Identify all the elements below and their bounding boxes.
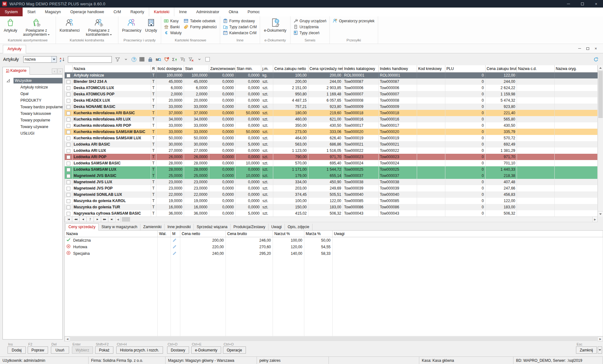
search-input[interactable] xyxy=(68,56,112,63)
article-row[interactable]: Artykuły rolniczeT100,0000100,00000,0000… xyxy=(65,72,598,78)
row-checkbox[interactable] xyxy=(67,180,70,184)
row-checkbox[interactable] xyxy=(67,99,70,103)
popraw-button[interactable]: Popraw xyxy=(28,346,48,354)
menu-inne[interactable]: Inne xyxy=(174,8,191,16)
next-page-icon[interactable]: ▶▶ xyxy=(101,217,108,222)
article-row[interactable]: Lodówka ARI BASICT30,000030,00000,00005,… xyxy=(65,141,598,147)
menu-crm[interactable]: CrM xyxy=(109,8,126,16)
price-col-wal[interactable]: Wal. xyxy=(157,231,171,237)
row-checkbox[interactable] xyxy=(67,105,70,109)
article-row[interactable]: Deska ATOMICUS POPT2,00002,00000,00000,0… xyxy=(65,91,598,97)
article-row[interactable]: Kuchenka mikrofalowa SAMSAM LUXT50,00005… xyxy=(65,135,598,141)
menu-operacje-handlowe[interactable]: Operacje handlowe xyxy=(66,8,109,16)
sum-icon[interactable]: Σ xyxy=(171,56,178,63)
article-row[interactable]: Nagrywarka cyfrowa SAMSAM BASICT36,00003… xyxy=(65,210,598,217)
scroll-up-icon[interactable] xyxy=(598,65,603,71)
article-row[interactable]: Maszynka do golenia KAROLT19,000019,0000… xyxy=(65,198,598,204)
row-checkbox[interactable] xyxy=(67,124,70,128)
prior-page-icon[interactable]: ◀◀ xyxy=(72,217,79,222)
row-checkbox[interactable] xyxy=(67,130,70,134)
kalendarze-crm-button[interactable]: Kalendarze CrM xyxy=(223,30,257,36)
formy-p-atno-ci-button[interactable]: Formy płatności xyxy=(183,24,217,30)
wybierz-button[interactable]: Wybierz xyxy=(72,346,93,354)
scroll-left-icon[interactable]: ◀ xyxy=(65,336,70,341)
price-col-cena-brutto[interactable]: Cena brutto xyxy=(225,231,273,237)
article-row[interactable]: Lodówka ARI POPT26,000026,00000,00000,00… xyxy=(65,154,598,160)
formy-dostawy-button[interactable]: Formy dostawy xyxy=(223,18,257,24)
price-row[interactable]: Hurtowa220,00270,60120,0054,55 xyxy=(65,244,603,250)
row-checkbox[interactable] xyxy=(67,212,70,216)
mdi-minimize-button[interactable] xyxy=(575,46,584,52)
menu-administrator[interactable]: Administrator xyxy=(192,8,224,16)
navigator-help-icon[interactable]: ? xyxy=(86,217,94,222)
col-kod[interactable]: Kod kreskowy xyxy=(417,65,445,72)
col-oryg[interactable]: Nazwa oryg. xyxy=(554,65,598,72)
kasy-button[interactable]: Kasy xyxy=(164,18,182,24)
expander-icon[interactable] xyxy=(3,79,14,83)
urz-dy-button[interactable]: Urzędy xyxy=(143,17,159,33)
col-ih[interactable]: Indeks handlowy xyxy=(378,65,417,72)
category-opa[interactable]: Opał xyxy=(3,90,62,97)
detail-tab-sprzeda-wi-zana[interactable]: Sprzedaż wiązana xyxy=(194,224,231,230)
category-wszystkie[interactable]: Wszystkie xyxy=(3,77,62,84)
row-checkbox[interactable] xyxy=(67,143,70,147)
scroll-right-icon[interactable]: ▶ xyxy=(598,336,603,341)
vertical-scroll-thumb[interactable] xyxy=(598,71,603,118)
price-col-narzut[interactable]: Narzut % xyxy=(273,231,304,237)
toolbar-checkbox[interactable] xyxy=(205,57,210,62)
category-towary-popularne[interactable]: Towary popularne xyxy=(3,117,62,123)
category-towary-bardzo-popularne[interactable]: Towary bardzo popularne xyxy=(3,104,62,110)
col-stanmin[interactable]: Stan min. xyxy=(235,65,261,72)
edit-pencil-icon[interactable] xyxy=(171,244,180,250)
price-tag-icon[interactable] xyxy=(163,56,170,63)
combo-dropdown-icon[interactable] xyxy=(51,56,57,62)
col-sel[interactable] xyxy=(65,65,72,72)
article-row[interactable]: Blender SHJ 234 AT45,000045,00000,00000,… xyxy=(65,78,598,85)
horizontal-scrollbar[interactable] xyxy=(121,217,592,222)
category-towary-u-ywane[interactable]: Towary używane xyxy=(3,123,62,130)
article-row[interactable]: Magnetowid JVS LUXT23,000023,00000,00000… xyxy=(65,179,598,185)
horizontal-scroll-thumb[interactable] xyxy=(70,337,597,341)
next-record-icon[interactable]: ▶ xyxy=(94,217,101,222)
detail-tab-uwagi[interactable]: Uwagi xyxy=(269,224,285,230)
row-checkbox[interactable] xyxy=(67,187,70,190)
close-button[interactable]: × xyxy=(589,0,603,8)
poka-button[interactable]: Pokaż xyxy=(95,346,113,354)
row-checkbox[interactable] xyxy=(67,111,70,115)
col-ik[interactable]: Indeks katalogowy xyxy=(343,65,378,72)
dostawy-button[interactable]: Dostawy xyxy=(167,346,189,354)
menu-raporty[interactable]: Raporty xyxy=(126,8,149,16)
close-view-button[interactable]: Zamknij xyxy=(576,346,597,354)
tabele-odsetek-button[interactable]: Tabele odsetek xyxy=(183,18,217,24)
e-dokumenty-button[interactable]: e-Dokumenty xyxy=(191,346,221,354)
col-stan[interactable]: Stan xyxy=(184,65,209,72)
row-checkbox[interactable] xyxy=(67,168,70,172)
help-icon[interactable]: ? xyxy=(131,56,138,63)
historia-przych-i-rozch-button[interactable]: Historia przych. i rozch. xyxy=(116,346,163,354)
price-row[interactable]: Detaliczna200,00246,00100,0050,00 xyxy=(65,237,603,244)
row-checkbox[interactable] xyxy=(67,118,70,121)
col-cd[interactable]: Nazwa c.d. xyxy=(517,65,554,72)
price-col-m[interactable]: M xyxy=(171,231,180,237)
detail-tab-inne-jednostki[interactable]: Inne jednostki xyxy=(165,224,194,230)
col-r[interactable]: R xyxy=(151,65,156,72)
col-csn[interactable]: Cena sprzedaży netto xyxy=(308,65,343,72)
scroll-right-icon[interactable]: ▶ xyxy=(592,217,598,222)
row-checkbox[interactable] xyxy=(67,74,70,78)
operacje-button[interactable]: Operacje xyxy=(223,346,246,354)
article-row[interactable]: Kuchenka mikrofalowa ARI POPT33,000033,0… xyxy=(65,122,598,129)
article-row[interactable]: Lodówka SAMSAM BASICT28,000028,00000,000… xyxy=(65,160,598,166)
horizontal-scroll-thumb[interactable] xyxy=(122,217,130,222)
usu-button[interactable]: Usuń xyxy=(51,346,69,354)
sort-az-icon[interactable]: AZ xyxy=(59,56,66,63)
col-name[interactable]: Nazwa xyxy=(72,65,151,72)
operatorzy-przesy-ek-button[interactable]: Operatorzy przesyłek xyxy=(332,18,374,24)
article-row[interactable]: Deska NONAME BASICT33,000033,00000,00000… xyxy=(65,104,598,110)
row-checkbox[interactable] xyxy=(67,136,70,140)
article-row[interactable]: Lodówka SAMSAM LUXT28,000028,00000,00000… xyxy=(65,166,598,173)
article-row[interactable]: Magnetowid JVS POPT23,000023,00000,00000… xyxy=(65,185,598,191)
filter-icon[interactable] xyxy=(114,56,121,63)
category-artyku-y-rolnicze[interactable]: Artykuły rolnicze xyxy=(3,84,62,90)
edit-pencil-icon[interactable] xyxy=(171,237,180,244)
price-col-uwagi[interactable]: Uwagi xyxy=(332,231,603,237)
